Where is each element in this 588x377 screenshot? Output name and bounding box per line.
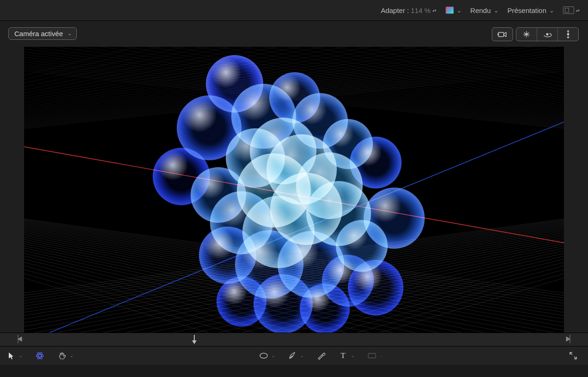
svg-point-4: [567, 33, 569, 36]
orbit-button[interactable]: [537, 28, 558, 41]
paint-tool[interactable]: [315, 350, 328, 362]
svg-point-127: [291, 356, 292, 357]
camera-menu[interactable]: Caméra activée ⌄: [8, 27, 77, 40]
shape-tool-menu[interactable]: ⌄: [270, 353, 277, 358]
pen-tool-menu[interactable]: ⌄: [299, 353, 305, 358]
camera-menu-label: Caméra activée: [14, 30, 63, 38]
stepper-icon: ▴▾: [433, 9, 436, 12]
color-channel-menu[interactable]: ⌄: [443, 5, 464, 16]
dolly-button[interactable]: [558, 28, 578, 41]
mask-tool-menu[interactable]: ⌄: [378, 353, 385, 358]
zoom-out-stop-icon: [566, 334, 570, 344]
view-nav-segmented: [516, 27, 579, 41]
safe-zones-menu[interactable]: ▴▾: [560, 5, 582, 16]
pan-tool-menu[interactable]: ⌄: [68, 353, 75, 358]
svg-point-2: [526, 33, 527, 35]
viewport-3d[interactable]: [24, 47, 564, 343]
svg-point-126: [260, 353, 267, 358]
particle-orb: [191, 167, 246, 223]
particle-orb: [217, 276, 266, 327]
svg-point-3: [546, 33, 549, 36]
zoom-handle[interactable]: [191, 333, 198, 346]
select-tool-menu[interactable]: ⌄: [18, 353, 24, 358]
text-tool[interactable]: T: [337, 350, 350, 362]
mask-tool: [365, 350, 378, 362]
text-tool-menu[interactable]: ⌄: [350, 353, 356, 358]
safe-zone-icon: [563, 6, 574, 14]
shape-tool[interactable]: [257, 350, 270, 362]
zoom-strip[interactable]: [0, 333, 588, 346]
expand-canvas-button[interactable]: [567, 350, 580, 362]
stepper-icon: ▴▾: [576, 9, 580, 12]
particle-orb: [300, 283, 350, 333]
presentation-menu[interactable]: Présentation ⌄: [505, 5, 557, 16]
svg-point-123: [36, 354, 43, 357]
particle-orb: [348, 260, 403, 315]
presentation-label: Présentation: [508, 6, 546, 14]
fit-value: 114 %: [411, 6, 431, 14]
fit-zoom-menu[interactable]: Adapter : 114 % ▴▾: [378, 5, 439, 16]
chevron-down-icon: ⌄: [68, 31, 72, 37]
svg-rect-0: [498, 32, 504, 37]
color-swatch-icon: [446, 6, 454, 14]
pen-tool[interactable]: [286, 350, 299, 362]
chevron-down-icon: ⌄: [457, 7, 461, 14]
pan-button[interactable]: [516, 28, 537, 41]
chevron-down-icon: ⌄: [494, 7, 498, 14]
svg-rect-1: [498, 34, 499, 35]
canvas-area: Caméra activée ⌄: [0, 21, 588, 346]
particle-orb: [323, 119, 373, 169]
render-menu[interactable]: Rendu ⌄: [468, 5, 501, 16]
select-tool[interactable]: [5, 350, 18, 362]
camera-reset-button[interactable]: [492, 27, 513, 41]
bottom-toolbar: ⌄ ⌄ ⌄ ⌄ T ⌄ ⌄: [0, 346, 588, 365]
top-toolbar: Adapter : 114 % ▴▾ ⌄ Rendu ⌄ Présentatio…: [0, 0, 588, 21]
zoom-in-stop-icon: [18, 334, 22, 344]
render-label: Rendu: [470, 6, 491, 14]
svg-rect-128: [368, 353, 376, 358]
view-nav-cluster: [492, 27, 579, 41]
pan-hand-tool[interactable]: [56, 350, 68, 362]
3d-transform-tool[interactable]: [33, 350, 46, 362]
chevron-down-icon: ⌄: [549, 7, 554, 14]
fit-label: Adapter :: [381, 6, 409, 14]
